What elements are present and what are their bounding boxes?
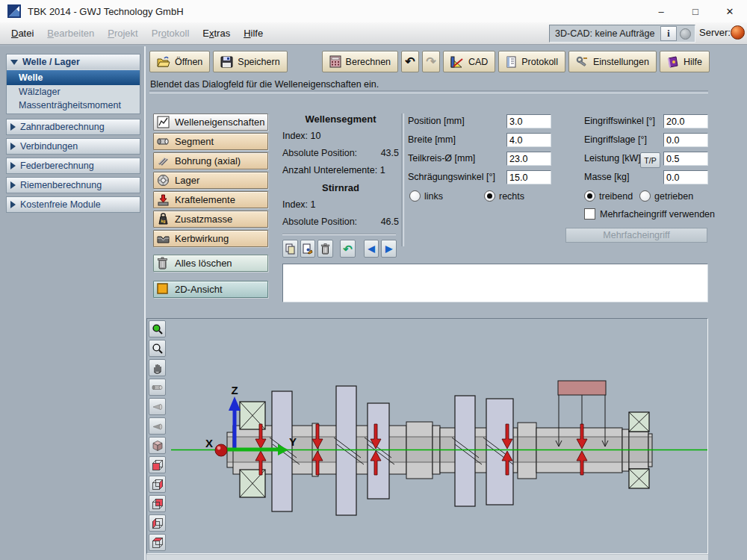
force-elements-button[interactable]: Kraftelemente (153, 191, 268, 208)
segment-abs-pos-value: 43.5 (381, 148, 399, 158)
next-element-button[interactable]: ▶ (381, 240, 397, 258)
cad-button[interactable]: CAD (443, 51, 495, 72)
protocol-button[interactable]: Protokoll (498, 51, 565, 72)
close-button[interactable]: ✕ (713, 0, 747, 22)
teilkreis-label: Teilkreis-Ø [mm] (408, 153, 475, 164)
segment-button[interactable]: Segment (153, 133, 268, 150)
view-left-button[interactable] (149, 514, 166, 532)
settings-button[interactable]: Einstellungen (568, 51, 657, 72)
shaft-drawing[interactable]: Z Y X (147, 319, 708, 554)
segment-title: Wellensegment (282, 113, 399, 125)
paste-icon (302, 243, 313, 255)
hint-separator (149, 90, 708, 93)
info-separator (282, 234, 396, 235)
minimize-button[interactable]: – (644, 0, 678, 22)
delete-all-button[interactable]: Alles löschen (153, 255, 268, 272)
sidebar-item-welle[interactable]: Welle (7, 70, 140, 85)
redo-button[interactable]: ↷ (422, 51, 440, 72)
sidebar-item-waelzlager[interactable]: Wälzlager (7, 85, 140, 99)
shaft-view-panel[interactable]: Z Y X (146, 318, 708, 554)
sidebar-item-massentraegheitsmoment[interactable]: Massenträgheitsmoment (7, 99, 140, 112)
cad-info-button[interactable]: i (660, 26, 677, 41)
position-input[interactable] (506, 114, 551, 128)
sidebar-group-welle-lager: Welle / Lager Welle Wälzlager Massenträg… (6, 54, 140, 114)
menu-projekt[interactable]: Projekt (101, 22, 144, 45)
view-tool-column (149, 320, 167, 554)
bearing-button[interactable]: Lager (153, 172, 268, 189)
save-floppy-icon (220, 56, 233, 68)
sidebar-group-welle-lager-header[interactable]: Welle / Lager (7, 55, 140, 69)
rechts-radio-label: rechts (499, 191, 524, 202)
open-button[interactable]: Öffnen (149, 51, 210, 72)
links-radio[interactable] (409, 190, 421, 202)
breite-input[interactable] (506, 133, 551, 147)
zoom-fit-button[interactable] (149, 320, 166, 337)
torque-power-toggle-button[interactable]: T/P (640, 152, 660, 168)
eingriffslage-input[interactable] (663, 133, 708, 147)
treibend-radio[interactable] (584, 190, 595, 202)
menu-extras[interactable]: Extras (196, 22, 237, 45)
calculate-button[interactable]: Berechnen (322, 51, 398, 72)
menu-datei[interactable]: Datei (4, 22, 40, 45)
pan-button[interactable] (149, 359, 166, 376)
undo-element-button[interactable]: ↶ (340, 240, 356, 258)
panel-divider (401, 113, 404, 246)
copy-element-button[interactable] (282, 240, 298, 258)
axis-label-z: Z (231, 384, 238, 396)
leistung-label: Leistung [kW] (584, 153, 641, 164)
open-folder-icon (157, 56, 170, 68)
schraegungswinkel-input[interactable] (506, 170, 551, 184)
collapsed-triangle-icon (10, 162, 16, 169)
rechts-radio[interactable] (484, 190, 495, 202)
notch-icon (157, 232, 170, 245)
main-toolbar: Öffnen Speichern Berechnen ↶ ↷ CAD Proto… (149, 51, 710, 71)
sidebar-group-riemenberechnung: Riemenberechnung (6, 177, 140, 193)
view-cone-right-button[interactable] (149, 417, 166, 435)
masse-input[interactable] (663, 170, 708, 184)
undo-button[interactable]: ↶ (401, 51, 419, 72)
sidebar: Welle / Lager Welle Wälzlager Massenträg… (0, 46, 146, 560)
getrieben-radio-label: getrieben (654, 191, 693, 202)
view-2d-button[interactable]: 2D-Ansicht (153, 281, 268, 298)
message-area[interactable] (282, 264, 708, 302)
view-isometric-button[interactable] (149, 437, 166, 454)
notch-effect-button[interactable]: Kerbwirkung (153, 230, 268, 247)
paste-element-button[interactable] (300, 240, 316, 258)
view-front-button[interactable] (149, 456, 166, 473)
previous-element-button[interactable]: ◀ (364, 240, 379, 258)
getrieben-radio[interactable] (639, 190, 651, 202)
rechts-radio-row: rechts (484, 190, 524, 202)
mehrfacheingriff-checkbox-row: Mehrfacheingriff verwenden (584, 208, 715, 220)
undo-icon: ↶ (343, 243, 353, 255)
additional-mass-button[interactable]: kg Zusatzmasse (153, 211, 268, 228)
menu-protokoll[interactable]: Protokoll (145, 22, 196, 45)
view-cylinder-button[interactable] (149, 379, 166, 396)
view-right-button[interactable] (149, 476, 166, 493)
help-button[interactable]: Hilfe (660, 51, 710, 72)
treibend-radio-label: treibend (599, 191, 633, 202)
collapsed-triangle-icon (10, 123, 16, 131)
mehrfacheingriff-checkbox[interactable] (584, 208, 595, 220)
save-button[interactable]: Speichern (213, 51, 287, 72)
redo-icon: ↷ (426, 56, 436, 68)
view-back-button[interactable] (149, 495, 166, 512)
view-top-button[interactable] (149, 534, 166, 551)
zoom-button[interactable] (149, 340, 166, 357)
delete-element-button[interactable] (317, 240, 333, 258)
leistung-input[interactable] (663, 152, 708, 166)
tbk-application-window: { "window": { "title": "TBK 2014 - GWJ T… (0, 0, 747, 560)
segment-info-panel: Wellensegment Index: 10 Absolute Positio… (282, 113, 399, 258)
maximize-button[interactable]: □ (678, 0, 713, 22)
view-cone-left-button[interactable] (149, 398, 166, 415)
cad-status-text: 3D-CAD: keine Aufträge (550, 28, 660, 39)
menu-bearbeiten[interactable]: Bearbeiten (40, 22, 101, 45)
menu-hilfe[interactable]: Hilfe (237, 22, 270, 45)
mehrfacheingriff-button[interactable]: Mehrfacheingriff (565, 228, 707, 243)
eingriffswinkel-input[interactable] (663, 114, 708, 128)
teilkreis-input[interactable] (506, 152, 551, 166)
titlebar: TBK 2014 - GWJ Technology GmbH – □ ✕ (0, 0, 747, 23)
sidebar-group-welle-lager-items: Welle Wälzlager Massenträgheitsmoment (7, 69, 140, 113)
shaft-properties-button[interactable]: Welleneigenschaften (153, 113, 268, 131)
axial-bore-button[interactable]: Bohrung (axial) (153, 152, 268, 169)
window-controls: – □ ✕ (644, 0, 747, 22)
